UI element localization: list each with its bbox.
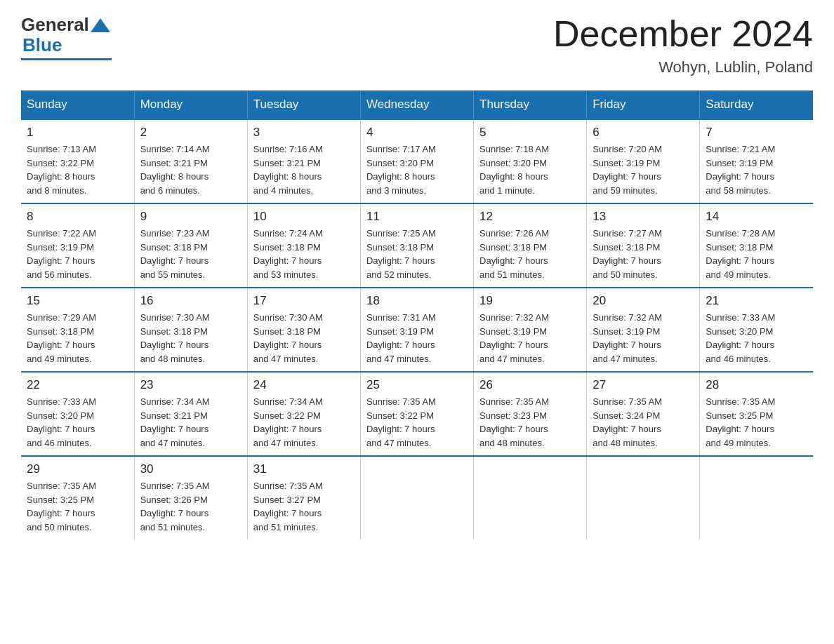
calendar-subtitle: Wohyn, Lublin, Poland [553, 58, 813, 76]
day-number: 27 [593, 378, 694, 392]
calendar-day-cell: 25Sunrise: 7:35 AM Sunset: 3:22 PM Dayli… [360, 372, 473, 456]
day-of-week-header: Friday [587, 90, 700, 119]
day-info: Sunrise: 7:35 AM Sunset: 3:24 PM Dayligh… [593, 395, 694, 450]
day-number: 17 [253, 294, 355, 308]
calendar-empty-cell [700, 456, 813, 539]
calendar-day-cell: 16Sunrise: 7:30 AM Sunset: 3:18 PM Dayli… [134, 288, 247, 372]
day-info: Sunrise: 7:30 AM Sunset: 3:18 PM Dayligh… [140, 311, 241, 365]
calendar-day-cell: 22Sunrise: 7:33 AM Sunset: 3:20 PM Dayli… [21, 372, 134, 456]
day-number: 4 [366, 126, 468, 140]
day-info: Sunrise: 7:16 AM Sunset: 3:21 PM Dayligh… [253, 142, 355, 197]
calendar-day-cell: 19Sunrise: 7:32 AM Sunset: 3:19 PM Dayli… [474, 288, 587, 372]
calendar-empty-cell [360, 456, 473, 539]
day-info: Sunrise: 7:23 AM Sunset: 3:18 PM Dayligh… [140, 227, 241, 281]
calendar-day-cell: 20Sunrise: 7:32 AM Sunset: 3:19 PM Dayli… [587, 288, 700, 372]
calendar-day-cell: 26Sunrise: 7:35 AM Sunset: 3:23 PM Dayli… [474, 372, 587, 456]
calendar-day-cell: 10Sunrise: 7:24 AM Sunset: 3:18 PM Dayli… [247, 203, 360, 288]
day-info: Sunrise: 7:17 AM Sunset: 3:20 PM Dayligh… [366, 142, 468, 197]
day-info: Sunrise: 7:33 AM Sunset: 3:20 PM Dayligh… [706, 311, 807, 365]
day-info: Sunrise: 7:21 AM Sunset: 3:19 PM Dayligh… [706, 142, 807, 197]
calendar-day-cell: 27Sunrise: 7:35 AM Sunset: 3:24 PM Dayli… [587, 372, 700, 456]
day-number: 12 [479, 210, 581, 224]
day-number: 24 [253, 378, 355, 392]
calendar-week-row: 22Sunrise: 7:33 AM Sunset: 3:20 PM Dayli… [21, 372, 813, 456]
day-number: 21 [706, 294, 807, 308]
logo-triangle-icon [91, 18, 110, 32]
day-number: 16 [140, 294, 241, 308]
calendar-day-cell: 17Sunrise: 7:30 AM Sunset: 3:18 PM Dayli… [247, 288, 360, 372]
day-number: 6 [593, 126, 694, 140]
calendar-day-cell: 14Sunrise: 7:28 AM Sunset: 3:18 PM Dayli… [700, 203, 813, 288]
day-info: Sunrise: 7:35 AM Sunset: 3:25 PM Dayligh… [27, 479, 128, 534]
calendar-day-cell: 18Sunrise: 7:31 AM Sunset: 3:19 PM Dayli… [360, 288, 473, 372]
day-number: 19 [479, 294, 581, 308]
day-of-week-header: Tuesday [247, 90, 360, 119]
day-of-week-header: Thursday [474, 90, 587, 119]
day-info: Sunrise: 7:35 AM Sunset: 3:26 PM Dayligh… [140, 479, 241, 534]
day-of-week-header: Sunday [21, 90, 134, 119]
day-info: Sunrise: 7:13 AM Sunset: 3:22 PM Dayligh… [27, 142, 128, 197]
calendar-day-cell: 12Sunrise: 7:26 AM Sunset: 3:18 PM Dayli… [474, 203, 587, 288]
calendar-day-cell: 30Sunrise: 7:35 AM Sunset: 3:26 PM Dayli… [134, 456, 247, 539]
day-number: 15 [27, 294, 128, 308]
day-info: Sunrise: 7:28 AM Sunset: 3:18 PM Dayligh… [706, 227, 807, 281]
calendar-day-cell: 21Sunrise: 7:33 AM Sunset: 3:20 PM Dayli… [700, 288, 813, 372]
day-number: 30 [140, 462, 241, 476]
calendar-day-cell: 8Sunrise: 7:22 AM Sunset: 3:19 PM Daylig… [21, 203, 134, 288]
calendar-week-row: 1Sunrise: 7:13 AM Sunset: 3:22 PM Daylig… [21, 119, 813, 203]
day-number: 20 [593, 294, 694, 308]
day-number: 2 [140, 126, 241, 140]
calendar-day-cell: 1Sunrise: 7:13 AM Sunset: 3:22 PM Daylig… [21, 119, 134, 203]
logo-general-text: General [21, 14, 89, 36]
calendar-day-cell: 3Sunrise: 7:16 AM Sunset: 3:21 PM Daylig… [247, 119, 360, 203]
day-number: 28 [706, 378, 807, 392]
calendar-header-row: SundayMondayTuesdayWednesdayThursdayFrid… [21, 90, 813, 119]
calendar-empty-cell [587, 456, 700, 539]
day-info: Sunrise: 7:32 AM Sunset: 3:19 PM Dayligh… [593, 311, 694, 365]
day-info: Sunrise: 7:35 AM Sunset: 3:27 PM Dayligh… [253, 479, 355, 534]
day-number: 22 [27, 378, 128, 392]
day-number: 14 [706, 210, 807, 224]
day-number: 13 [593, 210, 694, 224]
day-info: Sunrise: 7:30 AM Sunset: 3:18 PM Dayligh… [253, 311, 355, 365]
day-number: 23 [140, 378, 241, 392]
day-info: Sunrise: 7:20 AM Sunset: 3:19 PM Dayligh… [593, 142, 694, 197]
day-info: Sunrise: 7:18 AM Sunset: 3:20 PM Dayligh… [479, 142, 581, 197]
calendar-day-cell: 11Sunrise: 7:25 AM Sunset: 3:18 PM Dayli… [360, 203, 473, 288]
day-info: Sunrise: 7:35 AM Sunset: 3:25 PM Dayligh… [706, 395, 807, 450]
calendar-day-cell: 29Sunrise: 7:35 AM Sunset: 3:25 PM Dayli… [21, 456, 134, 539]
calendar-week-row: 15Sunrise: 7:29 AM Sunset: 3:18 PM Dayli… [21, 288, 813, 372]
calendar-title: December 2024 [553, 14, 813, 54]
calendar-empty-cell [474, 456, 587, 539]
day-info: Sunrise: 7:31 AM Sunset: 3:19 PM Dayligh… [366, 311, 468, 365]
day-of-week-header: Monday [134, 90, 247, 119]
day-info: Sunrise: 7:22 AM Sunset: 3:19 PM Dayligh… [27, 227, 128, 281]
logo: General Blue [21, 14, 112, 60]
day-number: 9 [140, 210, 241, 224]
title-section: December 2024 Wohyn, Lublin, Poland [553, 14, 813, 76]
calendar-week-row: 29Sunrise: 7:35 AM Sunset: 3:25 PM Dayli… [21, 456, 813, 539]
calendar-week-row: 8Sunrise: 7:22 AM Sunset: 3:19 PM Daylig… [21, 203, 813, 288]
day-info: Sunrise: 7:33 AM Sunset: 3:20 PM Dayligh… [27, 395, 128, 450]
day-of-week-header: Saturday [700, 90, 813, 119]
day-info: Sunrise: 7:25 AM Sunset: 3:18 PM Dayligh… [366, 227, 468, 281]
day-number: 8 [27, 210, 128, 224]
calendar-day-cell: 28Sunrise: 7:35 AM Sunset: 3:25 PM Dayli… [700, 372, 813, 456]
day-number: 7 [706, 126, 807, 140]
day-number: 25 [366, 378, 468, 392]
day-info: Sunrise: 7:34 AM Sunset: 3:22 PM Dayligh… [253, 395, 355, 450]
day-number: 3 [253, 126, 355, 140]
logo-underline [21, 58, 112, 60]
day-info: Sunrise: 7:24 AM Sunset: 3:18 PM Dayligh… [253, 227, 355, 281]
day-number: 26 [479, 378, 581, 392]
calendar-day-cell: 24Sunrise: 7:34 AM Sunset: 3:22 PM Dayli… [247, 372, 360, 456]
logo-blue-text: Blue [22, 34, 62, 56]
calendar-day-cell: 6Sunrise: 7:20 AM Sunset: 3:19 PM Daylig… [587, 119, 700, 203]
calendar-day-cell: 9Sunrise: 7:23 AM Sunset: 3:18 PM Daylig… [134, 203, 247, 288]
day-info: Sunrise: 7:34 AM Sunset: 3:21 PM Dayligh… [140, 395, 241, 450]
day-number: 11 [366, 210, 468, 224]
page-header: General Blue December 2024 Wohyn, Lublin… [21, 14, 813, 76]
calendar-day-cell: 13Sunrise: 7:27 AM Sunset: 3:18 PM Dayli… [587, 203, 700, 288]
day-info: Sunrise: 7:29 AM Sunset: 3:18 PM Dayligh… [27, 311, 128, 365]
day-info: Sunrise: 7:35 AM Sunset: 3:23 PM Dayligh… [479, 395, 581, 450]
